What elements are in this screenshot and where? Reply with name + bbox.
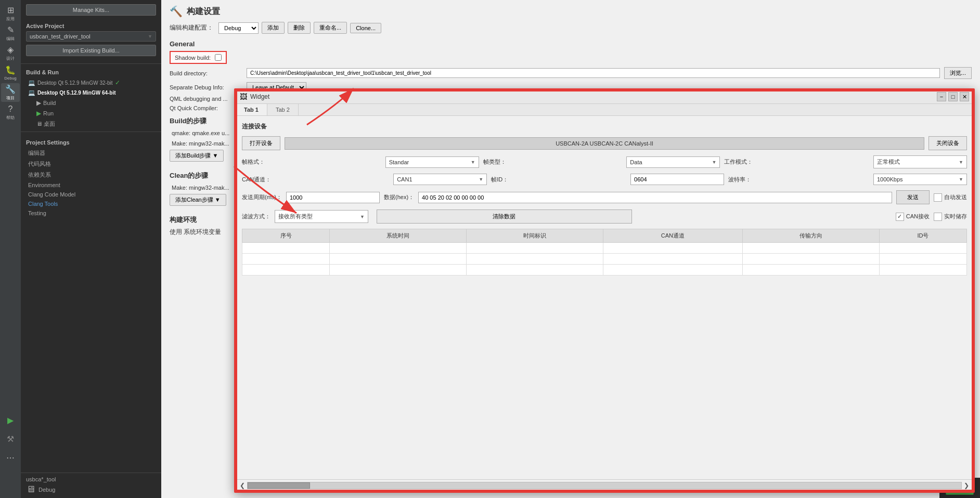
can-channel-select[interactable]: CAN1 ▼ [393, 174, 487, 185]
frame-format-arrow: ▼ [471, 160, 475, 165]
build-icon: ⚒ [7, 434, 14, 444]
icon-bar: ⊞ 应用 ✎ 编辑 ◈ 设计 🐛 Debug 🔧 项目 ? 帮助 ▶ ⚒ ⋯ [0, 0, 21, 498]
clone-config-button[interactable]: Clone... [350, 23, 381, 33]
work-mode-select[interactable]: 正常模式 ▼ [873, 155, 967, 168]
col-sys-time: 系统时间 [330, 229, 467, 243]
settings-environment[interactable]: Environment [21, 180, 161, 190]
settings-editor[interactable]: 编辑器 [21, 148, 161, 159]
filter-label: 滤波方式： [242, 213, 270, 220]
close-button[interactable]: ✕ [960, 92, 969, 101]
kit-label-32bit: Desktop Qt 5.12.9 MinGW 32-bit [37, 80, 113, 86]
build-toolbar: 编辑构建配置： Debug 添加 删除 重命名... Clone... [170, 22, 972, 34]
open-device-button[interactable]: 打开设备 [242, 136, 280, 150]
monitor-icon-64: 💻 [28, 89, 35, 96]
device-display: USBCAN-2A USBCAN-2C CANalyst-II [285, 137, 924, 150]
monitor-bottom-icon[interactable]: 🖥 [26, 484, 35, 495]
build-sub-item[interactable]: ▶ Build [21, 98, 161, 108]
send-cycle-input[interactable]: 1000 [286, 192, 380, 203]
manage-kits-button[interactable]: Manage Kits... [26, 4, 156, 16]
frame-type-select[interactable]: Data ▼ [626, 156, 720, 168]
send-button[interactable]: 发送 [896, 190, 930, 204]
frame-format-select[interactable]: Standar ▼ [385, 156, 479, 168]
kit-item-32bit[interactable]: 💻 Desktop Qt 5.12.9 MinGW 32-bit ✓ [21, 77, 161, 88]
config-select[interactable]: Debug [218, 22, 259, 34]
settings-dependencies[interactable]: 依赖关系 [21, 169, 161, 180]
settings-code-style[interactable]: 代码风格 [21, 159, 161, 169]
maximize-button[interactable]: □ [948, 92, 958, 101]
icon-bar-start[interactable]: ▶ [1, 411, 20, 429]
icon-bar-debug[interactable]: 🐛 Debug [1, 63, 20, 82]
send-cycle-label: 发送周期(ms)： [242, 193, 282, 201]
data-hex-input[interactable]: 40 05 20 02 00 00 00 00 [418, 192, 892, 203]
scroll-right-arrow[interactable]: ❯ [964, 482, 969, 489]
scroll-left-arrow[interactable]: ❮ [240, 482, 245, 489]
close-device-button[interactable]: 关闭设备 [929, 136, 967, 150]
icon-bar-help[interactable]: ? 帮助 [1, 103, 20, 122]
minimize-button[interactable]: − [937, 92, 946, 101]
tab-2[interactable]: Tab 2 [267, 104, 299, 115]
build-directory-row: Build directory: C:\Users\admin\Desktop\… [170, 67, 972, 79]
frame-format-label: 帧格式： [242, 158, 381, 166]
add-config-button[interactable]: 添加 [262, 22, 285, 34]
build-dir-label: Build directory: [170, 70, 242, 76]
frame-id-input[interactable]: 0604 [630, 174, 724, 185]
kit-item-64bit[interactable]: 💻 Desktop Qt 5.12.9 MinGW 64-bit [21, 88, 161, 98]
active-project-title: Active Project [21, 19, 161, 31]
table-row-empty-1 [242, 243, 967, 254]
build-dir-input[interactable]: C:\Users\admin\Desktop\jaa\usbcan_test_d… [247, 68, 940, 78]
build-run-title: Build & Run [21, 66, 161, 77]
icon-bar-tools[interactable]: 🔧 项目 [1, 83, 20, 102]
run-sub-icon: ▶ [36, 110, 41, 117]
can-receive-checkbox[interactable] [896, 213, 904, 221]
checkmark-32bit: ✓ [115, 79, 120, 86]
baud-rate-arrow: ▼ [959, 177, 963, 182]
tab-1[interactable]: Tab 1 [236, 104, 267, 115]
can-channel-value: CAN1 [397, 176, 412, 182]
hammer-icon: 🔨 [170, 5, 183, 18]
widget-body: 连接设备 打开设备 USBCAN-2A USBCAN-2C CANalyst-I… [236, 116, 973, 479]
rename-config-button[interactable]: 重命名... [314, 22, 347, 34]
settings-clang-code-model[interactable]: Clang Code Model [21, 190, 161, 199]
delete-config-button[interactable]: 删除 [288, 22, 311, 34]
col-transfer-dir: 传输方向 [743, 229, 880, 243]
col-id: ID号 [879, 229, 966, 243]
qt-quick-label: Qt Quick Compiler: [170, 105, 242, 111]
icon-bar-more[interactable]: ⋯ [1, 448, 20, 467]
run-sub-item[interactable]: ▶ Run [21, 108, 161, 119]
scrollbar-row: ❮ ❯ [236, 479, 973, 491]
sidebar: Manage Kits... Active Project usbcan_tes… [21, 0, 161, 498]
settings-testing[interactable]: Testing [21, 208, 161, 218]
auto-send-checkbox[interactable] [934, 193, 942, 202]
send-row: 发送周期(ms)： 1000 数据(hex)： 40 05 20 02 00 0… [242, 190, 967, 204]
import-build-button[interactable]: Import Existing Build... [26, 45, 156, 56]
project-dropdown[interactable]: usbcan_test_driver_tool ▼ [26, 31, 156, 42]
icon-bar-apps[interactable]: ⊞ 应用 [1, 4, 20, 23]
icon-bar-bottom: ▶ ⚒ ⋯ [1, 411, 20, 467]
scroll-thumb[interactable] [248, 482, 310, 489]
table-row-empty-2 [242, 254, 967, 265]
icon-bar-build2[interactable]: ⚒ [1, 429, 20, 448]
icon-bar-edit[interactable]: ✎ 编辑 [1, 24, 20, 43]
add-clean-step-button[interactable]: 添加Clean步骤 ▼ [170, 194, 226, 206]
project-settings-title: Project Settings [21, 134, 161, 148]
icon-bar-design[interactable]: ◈ 设计 [1, 44, 20, 62]
shadow-build-label: Shadow build: [175, 55, 211, 61]
realtime-checkbox[interactable] [934, 213, 942, 221]
browse-button[interactable]: 浏览... [944, 67, 972, 79]
desktop-icon: 🖥 [36, 121, 44, 127]
baud-rate-select[interactable]: 1000Kbps ▼ [873, 174, 967, 185]
desktop-item[interactable]: 🖥 桌面 [21, 119, 161, 129]
can-channel-label: CAN通道： [242, 176, 389, 184]
tools-icon: 🔧 [5, 84, 16, 94]
add-build-step-button[interactable]: 添加Build步骤 ▼ [170, 150, 224, 162]
filter-select[interactable]: 接收所有类型 ▼ [275, 210, 368, 223]
clear-data-button[interactable]: 清除数据 [377, 209, 632, 224]
edit-label: 编辑 [6, 36, 15, 42]
debug-label: Debug [4, 76, 17, 81]
scroll-track[interactable] [247, 482, 962, 489]
project-dropdown-value: usbcan_test_driver_tool [30, 33, 91, 40]
can-receive-row: CAN接收 [896, 213, 930, 221]
shadow-build-checkbox[interactable] [215, 54, 222, 61]
work-mode-label: 工作模式： [724, 158, 869, 166]
settings-clang-tools[interactable]: Clang Tools [21, 199, 161, 208]
